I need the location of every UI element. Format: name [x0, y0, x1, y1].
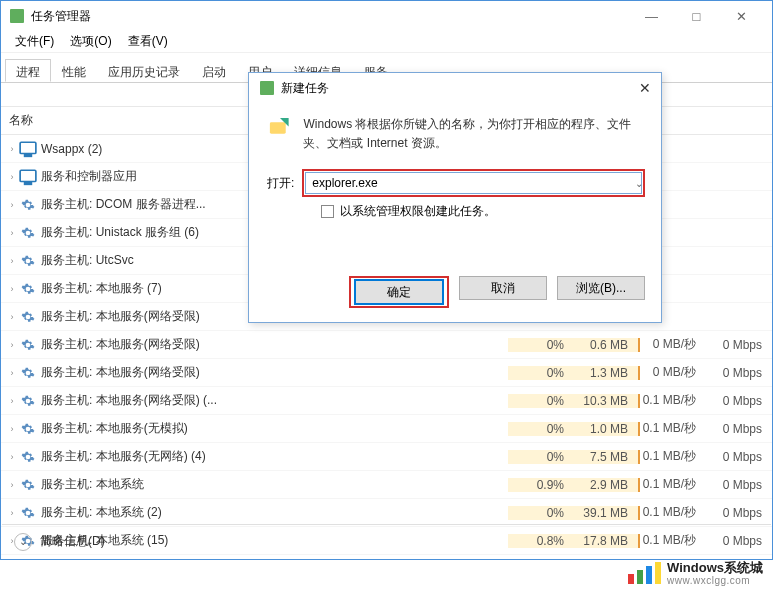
watermark: Windows系统城 www.wxclgg.com [628, 561, 763, 586]
gear-icon [19, 253, 37, 269]
chevron-down-icon[interactable]: ⌄ [14, 533, 32, 551]
disk-cell: 0.1 MB/秒 [640, 392, 706, 409]
expand-icon[interactable]: › [5, 200, 19, 210]
gear-icon [19, 505, 37, 521]
expand-icon[interactable]: › [5, 368, 19, 378]
expand-icon[interactable]: › [5, 424, 19, 434]
gear-icon [19, 421, 37, 437]
open-input[interactable] [305, 172, 642, 194]
menu-file[interactable]: 文件(F) [7, 31, 62, 52]
table-row[interactable]: ›服务主机: 本地系统 (2)0%39.1 MB0.1 MB/秒0 Mbps [1, 499, 772, 527]
expand-icon[interactable]: › [5, 508, 19, 518]
checkbox-icon[interactable] [321, 205, 334, 218]
svg-rect-5 [260, 81, 274, 95]
dropdown-icon[interactable]: ⌄ [635, 178, 643, 189]
svg-rect-1 [20, 142, 36, 153]
process-name: 服务主机: 本地服务(网络受限) (... [37, 392, 508, 409]
gear-icon [19, 281, 37, 297]
gear-icon [19, 365, 37, 381]
ok-highlight: 确定 [349, 276, 449, 308]
table-row[interactable]: ›服务主机: 本地服务(无模拟)0%1.0 MB0.1 MB/秒0 Mbps [1, 415, 772, 443]
taskmgr-icon [259, 80, 275, 96]
cpu-cell: 0% [508, 338, 574, 352]
dialog-message: Windows 将根据你所键入的名称，为你打开相应的程序、文件夹、文档或 Int… [303, 115, 643, 153]
gear-icon [19, 309, 37, 325]
close-button[interactable]: ✕ [719, 1, 764, 31]
expand-icon[interactable]: › [5, 340, 19, 350]
cancel-button[interactable]: 取消 [459, 276, 547, 300]
table-row[interactable]: ›服务主机: 本地服务(网络受限)0%0.6 MB0 MB/秒0 Mbps [1, 331, 772, 359]
expand-icon[interactable]: › [5, 228, 19, 238]
disk-cell: 0.1 MB/秒 [640, 448, 706, 465]
network-cell: 0 Mbps [706, 366, 772, 380]
cpu-cell: 0% [508, 366, 574, 380]
process-name: 服务主机: 本地服务(无网络) (4) [37, 448, 508, 465]
process-name: 服务主机: 本地系统 [37, 476, 508, 493]
expand-icon[interactable]: › [5, 172, 19, 182]
process-name: 服务主机: 本地服务(网络受限) [37, 336, 508, 353]
tab-history[interactable]: 应用历史记录 [97, 59, 191, 82]
memory-cell: 1.0 MB [574, 422, 640, 436]
cpu-cell: 0% [508, 506, 574, 520]
expand-icon[interactable]: › [5, 284, 19, 294]
memory-cell: 39.1 MB [574, 506, 640, 520]
cpu-cell: 0% [508, 450, 574, 464]
dialog-title: 新建任务 [281, 80, 639, 97]
minimize-button[interactable]: — [629, 1, 674, 31]
tab-performance[interactable]: 性能 [51, 59, 97, 82]
svg-rect-0 [10, 9, 24, 23]
memory-cell: 7.5 MB [574, 450, 640, 464]
expand-icon[interactable]: › [5, 452, 19, 462]
taskmgr-icon [9, 8, 25, 24]
gear-icon [19, 337, 37, 353]
dialog-titlebar[interactable]: 新建任务 ✕ [249, 73, 661, 103]
network-cell: 0 Mbps [706, 450, 772, 464]
memory-cell: 10.3 MB [574, 394, 640, 408]
table-row[interactable]: ›服务主机: 本地服务(网络受限)0%1.3 MB0 MB/秒0 Mbps [1, 359, 772, 387]
expand-icon[interactable]: › [5, 256, 19, 266]
close-icon[interactable]: ✕ [639, 80, 651, 96]
expand-icon[interactable]: › [5, 480, 19, 490]
network-cell: 0 Mbps [706, 422, 772, 436]
svg-rect-4 [25, 182, 32, 184]
column-name[interactable]: 名称 [9, 112, 33, 129]
tab-processes[interactable]: 进程 [5, 59, 51, 82]
gear-icon [19, 393, 37, 409]
menubar: 文件(F) 选项(O) 查看(V) [1, 31, 772, 53]
cpu-cell: 0.9% [508, 478, 574, 492]
gear-icon [19, 225, 37, 241]
ok-button[interactable]: 确定 [355, 280, 443, 304]
monitor-icon [19, 141, 37, 157]
disk-cell: 0 MB/秒 [640, 336, 706, 353]
browse-button[interactable]: 浏览(B)... [557, 276, 645, 300]
watermark-url: www.wxclgg.com [667, 575, 763, 586]
disk-cell: 0.1 MB/秒 [640, 420, 706, 437]
network-cell: 0 Mbps [706, 478, 772, 492]
table-row[interactable]: ›服务主机: 本地系统0.9%2.9 MB0.1 MB/秒0 Mbps [1, 471, 772, 499]
tab-startup[interactable]: 启动 [191, 59, 237, 82]
disk-cell: 0.1 MB/秒 [640, 504, 706, 521]
svg-rect-3 [20, 170, 36, 181]
memory-cell: 0.6 MB [574, 338, 640, 352]
gear-icon [19, 477, 37, 493]
gear-icon [19, 449, 37, 465]
maximize-button[interactable]: □ [674, 1, 719, 31]
monitor-icon [19, 169, 37, 185]
simple-info-button[interactable]: 简略信息(D) [40, 533, 105, 550]
menu-view[interactable]: 查看(V) [120, 31, 176, 52]
menu-options[interactable]: 选项(O) [62, 31, 119, 52]
disk-cell: 0 MB/秒 [640, 364, 706, 381]
titlebar[interactable]: 任务管理器 — □ ✕ [1, 1, 772, 31]
expand-icon[interactable]: › [5, 144, 19, 154]
window-title: 任务管理器 [31, 8, 629, 25]
checkbox-label: 以系统管理权限创建此任务。 [340, 203, 496, 220]
expand-icon[interactable]: › [5, 312, 19, 322]
svg-rect-6 [270, 122, 286, 134]
watermark-bars-icon [628, 562, 661, 584]
table-row[interactable]: ›服务主机: 本地服务(无网络) (4)0%7.5 MB0.1 MB/秒0 Mb… [1, 443, 772, 471]
expand-icon[interactable]: › [5, 396, 19, 406]
window-controls: — □ ✕ [629, 1, 764, 31]
table-row[interactable]: ›服务主机: 本地服务(网络受限) (...0%10.3 MB0.1 MB/秒0… [1, 387, 772, 415]
new-task-dialog: 新建任务 ✕ Windows 将根据你所键入的名称，为你打开相应的程序、文件夹、… [248, 72, 662, 323]
admin-checkbox-row[interactable]: 以系统管理权限创建此任务。 [321, 203, 643, 220]
